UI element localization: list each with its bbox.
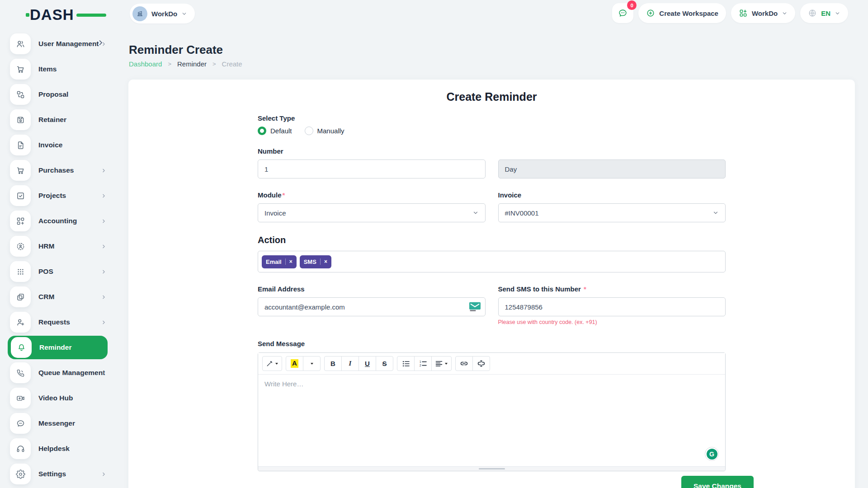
- breadcrumb-separator: >: [168, 61, 171, 67]
- sidebar-item-settings[interactable]: Settings: [0, 461, 121, 487]
- send-message-label: Send Message: [258, 340, 726, 347]
- cart-icon: [10, 59, 31, 80]
- font-color-dropdown-button[interactable]: [303, 356, 321, 371]
- hrm-person-target-icon: [10, 236, 31, 257]
- chevron-right-icon: [101, 269, 107, 275]
- sidebar-item-video-hub[interactable]: Video Hub: [0, 385, 121, 411]
- sidebar-item-reminder[interactable]: Reminder: [8, 336, 108, 359]
- header-actions: 0 Create Workspace WorkDo EN: [612, 3, 848, 23]
- sidebar-item-pos[interactable]: POS: [0, 259, 121, 284]
- check-square-icon: [10, 185, 31, 206]
- chevron-down-icon: [835, 10, 840, 16]
- paragraph-align-button[interactable]: [431, 356, 452, 371]
- workspace-avatar: [132, 6, 147, 21]
- chevron-right-icon: [101, 168, 107, 174]
- dash-logo[interactable]: DASH: [30, 7, 74, 22]
- logo-green-bar-icon: [76, 14, 106, 17]
- chevron-down-icon: [782, 10, 788, 16]
- grid-plus-icon: [739, 9, 748, 18]
- editor-placeholder: Write Here…: [264, 380, 303, 388]
- video-camera-icon: [10, 388, 31, 408]
- globe-icon: [808, 9, 817, 18]
- chevron-down-icon: [712, 210, 719, 216]
- action-heading: Action: [258, 235, 726, 245]
- chevron-right-icon: [101, 370, 107, 376]
- invoice-select[interactable]: #INV00001: [498, 203, 726, 222]
- module-label: Module*: [258, 191, 486, 199]
- sidebar-item-messenger[interactable]: Messenger: [0, 411, 121, 436]
- message-editable-area[interactable]: Write Here… G: [258, 375, 725, 466]
- style-magic-button[interactable]: [262, 356, 282, 371]
- breadcrumb-reminder[interactable]: Reminder: [177, 60, 207, 68]
- chat-bubble-icon: [10, 413, 31, 434]
- breadcrumb-current: Create: [222, 60, 242, 68]
- bell-icon: [11, 337, 32, 358]
- sidebar-item-proposal[interactable]: Proposal: [0, 82, 121, 107]
- action-tags-input[interactable]: Email × SMS ×: [258, 251, 726, 272]
- message-editor: A B I U S: [258, 352, 726, 471]
- sidebar-item-projects[interactable]: Projects: [0, 183, 121, 208]
- editor-toolbar: A B I U S: [258, 353, 725, 375]
- strikethrough-button[interactable]: S: [376, 356, 393, 371]
- number-label: Number: [258, 147, 726, 155]
- workspace-menu-label: WorkDo: [752, 9, 778, 17]
- sidebar-item-invoice[interactable]: Invoice: [0, 132, 121, 158]
- user-plus-icon: [10, 312, 31, 333]
- bold-button[interactable]: B: [324, 356, 342, 371]
- sidebar-item-purchases[interactable]: Purchases: [0, 158, 121, 183]
- sidebar-collapse-toggle[interactable]: [97, 39, 104, 46]
- select-type-options: Default Manually: [258, 127, 726, 135]
- chevron-down-icon: [472, 210, 479, 216]
- radio-default[interactable]: Default: [258, 127, 292, 135]
- caret-down-icon: [445, 363, 448, 365]
- save-changes-button[interactable]: Save Changes: [681, 476, 754, 488]
- invoice-label: Invoice: [498, 191, 726, 199]
- select-type-label: Select Type: [258, 114, 726, 122]
- ordered-list-button[interactable]: 1 2: [414, 356, 432, 371]
- workspace-menu-button[interactable]: WorkDo: [731, 3, 795, 23]
- align-lines-icon: [435, 360, 443, 367]
- language-selector[interactable]: EN: [800, 3, 848, 23]
- create-workspace-label: Create Workspace: [659, 9, 718, 17]
- italic-button[interactable]: I: [341, 356, 359, 371]
- editor-resize-bar[interactable]: [258, 466, 725, 471]
- dash-logo-text: DASH: [30, 6, 74, 23]
- cart-icon: [10, 160, 31, 181]
- sidebar-item-hrm[interactable]: HRM: [0, 234, 121, 259]
- sidebar-item-crm[interactable]: CRM: [0, 284, 121, 310]
- create-workspace-button[interactable]: Create Workspace: [638, 3, 726, 23]
- sidebar-item-helpdesk[interactable]: Helpdesk: [0, 436, 121, 461]
- email-address-label: Email Address: [258, 285, 486, 293]
- sidebar-item-retainer[interactable]: Retainer: [0, 107, 121, 132]
- underline-button[interactable]: U: [359, 356, 376, 371]
- radio-manually[interactable]: Manually: [305, 127, 344, 135]
- unlink-button[interactable]: [472, 356, 490, 371]
- language-code: EN: [821, 9, 830, 17]
- insert-link-button[interactable]: [455, 356, 473, 371]
- sidebar-item-accounting[interactable]: Accounting: [0, 208, 121, 234]
- sidebar-item-queue-management[interactable]: Queue Management: [0, 360, 121, 385]
- radio-selected-icon: [258, 127, 266, 135]
- workspace-switcher[interactable]: WorkDo: [130, 4, 195, 23]
- chevron-right-icon: [101, 193, 107, 199]
- page-title: Reminder Create: [129, 43, 223, 57]
- remove-tag-icon[interactable]: ×: [320, 258, 327, 265]
- sidebar-item-items[interactable]: Items: [0, 56, 121, 82]
- unordered-list-button[interactable]: [397, 356, 415, 371]
- send-sms-label: Send SMS to this Number *: [498, 285, 726, 293]
- caret-down-icon: [311, 363, 313, 365]
- remove-tag-icon[interactable]: ×: [285, 258, 292, 265]
- link-icon: [460, 360, 468, 367]
- sidebar-item-requests[interactable]: Requests: [0, 310, 121, 335]
- email-address-input[interactable]: [258, 297, 486, 316]
- number-input[interactable]: [258, 160, 486, 178]
- breadcrumb-dashboard-link[interactable]: Dashboard: [129, 60, 162, 68]
- font-color-button[interactable]: A: [286, 356, 303, 371]
- unlink-icon: [477, 360, 485, 367]
- sms-number-input[interactable]: [498, 297, 726, 316]
- grammarly-icon[interactable]: G: [705, 447, 719, 461]
- notifications-button[interactable]: 0: [612, 3, 633, 23]
- breadcrumb: Dashboard > Reminder > Create: [129, 60, 242, 68]
- module-select[interactable]: Invoice: [258, 203, 486, 222]
- chevron-right-icon: [101, 244, 107, 249]
